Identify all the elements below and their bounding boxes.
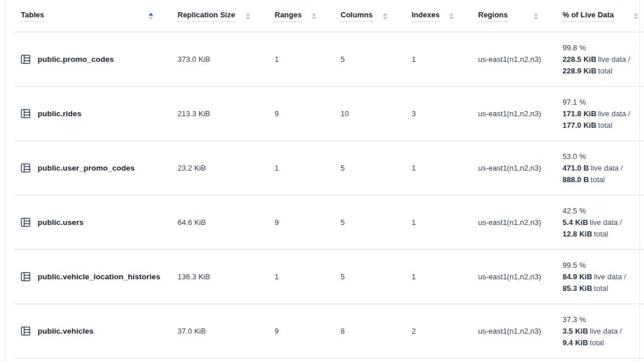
table-name-cell: public.rides [14,87,177,141]
table-name-link[interactable]: public.users [38,218,84,227]
total-data-size: 12.8 KiBtotal [562,228,641,240]
live-data-cell: 37.3 % 3.5 KiBlive data / 9.4 KiBtotal [562,304,644,359]
live-data-percent: 99.8 % [562,42,641,54]
live-data-size: 471.0 Blive data / [562,162,641,174]
table-name-cell: public.vehicle_location_histories [14,250,177,304]
column-header-label: Ranges [275,10,302,22]
live-data-size: 84.9 KiBlive data / [562,271,641,283]
ranges-cell: 1 [275,32,340,87]
live-data-size: 3.5 KiBlive data / [562,326,641,337]
total-data-size: 888.0 Btotal [562,174,641,186]
table-name-link[interactable]: public.rides [38,109,82,118]
live-data-cell: 99.5 % 84.9 KiBlive data / 85.3 KiBtotal [562,250,644,304]
column-header-label: Columns [340,10,373,22]
table-row[interactable]: public.promo_codes 373.0 KiB 1 5 1 us-ea… [14,32,644,87]
total-data-size: 9.4 KiBtotal [562,337,641,349]
live-data-cell: 53.0 % 471.0 Blive data / 888.0 Btotal [562,141,644,195]
table-icon [21,163,31,173]
column-header-label: Indexes [412,10,439,22]
columns-cell: 5 [340,141,412,195]
container-right-border [639,0,640,362]
sort-arrows-icon[interactable] [246,13,250,20]
sort-arrows-icon[interactable] [312,13,316,20]
column-header-replication-size[interactable]: Replication Size [177,0,275,32]
table-row[interactable]: public.vehicles 37.0 KiB 9 8 2 us-east1(… [14,304,644,359]
columns-cell: 8 [340,304,412,359]
indexes-cell: 1 [412,195,478,250]
table-name-link[interactable]: public.vehicle_location_histories [38,272,160,281]
replication-size-cell: 23.2 KiB [177,141,275,195]
sort-arrows-icon[interactable] [449,13,454,20]
live-data-cell: 42.5 % 5.4 KiBlive data / 12.8 KiBtotal [562,195,644,250]
column-header-ranges[interactable]: Ranges [275,0,340,32]
live-data-percent: 37.3 % [562,314,641,326]
replication-size-cell: 37.0 KiB [177,304,275,359]
regions-cell: us-east1(n1,n2,n3) [478,195,562,250]
replication-size-cell: 373.0 KiB [177,32,275,87]
columns-cell: 5 [340,32,412,87]
table-header-row: Tables Replication Size Ranges Columns [14,0,644,32]
sort-arrows-icon[interactable] [149,13,153,20]
regions-cell: us-east1(n1,n2,n3) [478,32,562,87]
indexes-cell: 2 [412,304,478,359]
table-name-link[interactable]: public.vehicles [38,327,94,335]
container-left-border [4,0,5,362]
table-name-link[interactable]: public.user_promo_codes [38,164,135,172]
columns-cell: 10 [340,87,412,141]
live-data-size: 228.5 KiBlive data / [562,54,641,65]
indexes-cell: 1 [412,32,478,87]
column-header-tables[interactable]: Tables [14,0,177,32]
indexes-cell: 1 [412,141,478,195]
database-tables-table: Tables Replication Size Ranges Columns [14,0,644,359]
table-icon [21,326,31,336]
table-row[interactable]: public.rides 213.3 KiB 9 10 3 us-east1(n… [14,87,644,141]
column-header-label: % of Live Data [562,10,614,22]
regions-cell: us-east1(n1,n2,n3) [478,141,562,195]
replication-size-cell: 64.6 KiB [177,195,275,250]
table-row[interactable]: public.users 64.6 KiB 9 5 1 us-east1(n1,… [14,195,644,250]
table-icon [21,217,31,227]
columns-cell: 5 [340,195,412,250]
indexes-cell: 3 [412,87,478,141]
column-header-columns[interactable]: Columns [340,0,412,32]
total-data-size: 85.3 KiBtotal [562,283,641,294]
table-icon [21,109,31,119]
ranges-cell: 1 [275,141,340,195]
table-name-cell: public.vehicles [14,304,177,359]
indexes-cell: 1 [412,250,478,304]
table-row[interactable]: public.vehicle_location_histories 136.3 … [14,250,644,304]
column-header-label: Replication Size [177,10,235,22]
column-header-label: Regions [478,10,508,22]
table-name-link[interactable]: public.promo_codes [38,55,114,64]
replication-size-cell: 136.3 KiB [177,250,275,304]
live-data-cell: 97.1 % 171.8 KiBlive data / 177.0 KiBtot… [562,87,644,141]
sort-arrows-icon[interactable] [634,13,638,20]
regions-cell: us-east1(n1,n2,n3) [478,250,562,304]
replication-size-cell: 213.3 KiB [177,87,275,141]
ranges-cell: 1 [275,250,340,304]
column-header-live-data[interactable]: % of Live Data [562,0,644,32]
total-data-size: 228.9 KiBtotal [562,65,641,77]
table-icon [21,272,31,282]
ranges-cell: 9 [275,87,340,141]
table-row[interactable]: public.user_promo_codes 23.2 KiB 1 5 1 u… [14,141,644,195]
column-header-indexes[interactable]: Indexes [412,0,478,32]
live-data-size: 5.4 KiBlive data / [562,217,641,228]
live-data-percent: 97.1 % [562,97,641,108]
regions-cell: us-east1(n1,n2,n3) [478,87,562,141]
live-data-size: 171.8 KiBlive data / [562,108,641,120]
table-name-cell: public.promo_codes [14,32,177,87]
column-header-regions[interactable]: Regions [478,0,562,32]
live-data-percent: 53.0 % [562,151,641,162]
table-name-cell: public.user_promo_codes [14,141,177,195]
sort-arrows-icon[interactable] [534,13,538,20]
columns-cell: 5 [340,250,412,304]
ranges-cell: 9 [275,195,340,250]
column-header-label: Tables [21,10,44,22]
ranges-cell: 9 [275,304,340,359]
total-data-size: 177.0 KiBtotal [562,120,641,131]
table-name-cell: public.users [14,195,177,250]
table-icon [21,54,31,64]
live-data-cell: 99.8 % 228.5 KiBlive data / 228.9 KiBtot… [562,32,644,87]
sort-arrows-icon[interactable] [383,13,387,20]
